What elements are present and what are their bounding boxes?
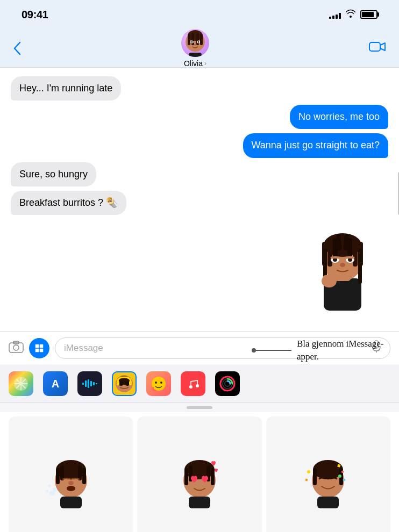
message-bubble: Sure, so hungry	[11, 162, 96, 186]
stickers-app-icon[interactable]	[146, 371, 171, 396]
svg-point-10	[194, 44, 196, 45]
annotation-text: Bla gjennom iMessage-apper.	[291, 337, 399, 363]
svg-rect-43	[82, 383, 84, 385]
svg-point-56	[155, 382, 157, 384]
svg-rect-12	[369, 42, 380, 51]
avatar	[181, 29, 209, 57]
contact-chevron: ›	[204, 60, 206, 67]
svg-point-89	[338, 475, 341, 478]
messages-area: Hey... I'm running late No worries, me t…	[0, 68, 399, 331]
svg-rect-78	[184, 468, 188, 485]
message-bubble: Wanna just go straight to eat?	[243, 133, 388, 157]
svg-point-9	[198, 41, 200, 42]
svg-point-31	[340, 263, 345, 267]
svg-rect-79	[211, 468, 215, 485]
app-strip: A	[0, 364, 399, 403]
sticker-item[interactable]	[9, 416, 133, 532]
memoji-sticker	[297, 219, 388, 311]
svg-point-74	[45, 490, 48, 493]
memoji-app-icon[interactable]	[112, 371, 137, 396]
svg-point-73	[49, 491, 55, 496]
svg-rect-24	[358, 249, 362, 284]
svg-rect-68	[78, 465, 82, 480]
svg-point-52	[125, 382, 130, 386]
contact-header[interactable]: Olivia ›	[181, 29, 209, 68]
svg-rect-21	[353, 240, 358, 267]
svg-rect-48	[96, 383, 97, 384]
svg-rect-47	[93, 382, 95, 385]
svg-rect-54	[129, 381, 132, 385]
activity-app-icon[interactable]	[215, 371, 240, 396]
drag-handle	[187, 406, 212, 409]
signal-icon	[329, 10, 341, 19]
svg-rect-45	[88, 379, 89, 388]
svg-point-58	[189, 385, 193, 389]
message-row: Breakfast burritos ? 🌯	[11, 191, 388, 215]
apps-button[interactable]	[29, 338, 49, 358]
back-button[interactable]	[13, 41, 22, 55]
svg-point-55	[152, 377, 166, 391]
battery-icon	[360, 10, 377, 19]
svg-point-7	[191, 41, 193, 42]
message-row: Sure, so hungry	[11, 162, 388, 186]
svg-rect-3	[191, 33, 194, 45]
photos-app-icon[interactable]	[9, 371, 33, 396]
svg-point-57	[160, 382, 162, 384]
contact-name: Olivia	[184, 59, 203, 68]
input-placeholder: iMessage	[64, 343, 103, 354]
svg-rect-66	[82, 468, 86, 484]
audio-app-icon[interactable]	[77, 371, 102, 396]
svg-point-70	[67, 486, 75, 491]
svg-rect-53	[117, 381, 119, 385]
svg-rect-44	[85, 380, 87, 387]
status-bar: 09:41	[0, 0, 399, 29]
appstore-app-icon[interactable]: A	[43, 371, 68, 396]
message-row: Hey... I'm running late	[11, 76, 388, 100]
memoji-sticker-row	[11, 219, 388, 311]
svg-rect-93	[317, 497, 339, 508]
message-bubble: No worries, me too	[290, 105, 388, 129]
svg-rect-65	[56, 468, 60, 484]
svg-rect-92	[305, 478, 308, 481]
annotation-line	[254, 350, 291, 351]
status-icons	[329, 9, 377, 20]
svg-point-59	[196, 384, 199, 387]
svg-rect-11	[189, 53, 202, 57]
svg-rect-18	[327, 240, 332, 267]
annotation: Bla gjennom iMessage-apper.	[254, 337, 399, 363]
svg-point-72	[48, 484, 51, 487]
message-row: Wanna just go straight to eat?	[11, 133, 388, 157]
status-time: 09:41	[22, 9, 48, 21]
svg-point-37	[13, 345, 19, 350]
svg-rect-5	[200, 34, 203, 45]
camera-button[interactable]	[9, 340, 24, 356]
svg-rect-35	[330, 275, 334, 283]
wifi-icon	[345, 9, 356, 20]
nav-bar: Olivia ›	[0, 29, 399, 68]
sticker-item[interactable]	[137, 416, 261, 532]
svg-rect-85	[313, 468, 317, 485]
stickers-grid	[9, 416, 390, 532]
svg-rect-2	[188, 34, 190, 45]
svg-rect-67	[60, 465, 64, 480]
message-bubble: Hey... I'm running late	[11, 76, 121, 100]
svg-point-91	[307, 470, 310, 473]
svg-rect-75	[60, 497, 82, 508]
video-call-button[interactable]	[369, 41, 386, 56]
svg-rect-82	[189, 497, 210, 508]
sticker-item[interactable]	[266, 416, 390, 532]
message-row: No worries, me too	[11, 105, 388, 129]
svg-rect-46	[90, 381, 92, 386]
phone-frame: 09:41	[0, 0, 399, 532]
svg-text:A: A	[52, 378, 59, 390]
svg-rect-4	[196, 33, 199, 45]
svg-point-69	[68, 481, 74, 485]
message-bubble: Breakfast burritos ? 🌯	[11, 191, 126, 215]
svg-point-51	[119, 382, 123, 386]
music-app-icon[interactable]	[181, 371, 205, 396]
stickers-panel	[0, 412, 399, 532]
